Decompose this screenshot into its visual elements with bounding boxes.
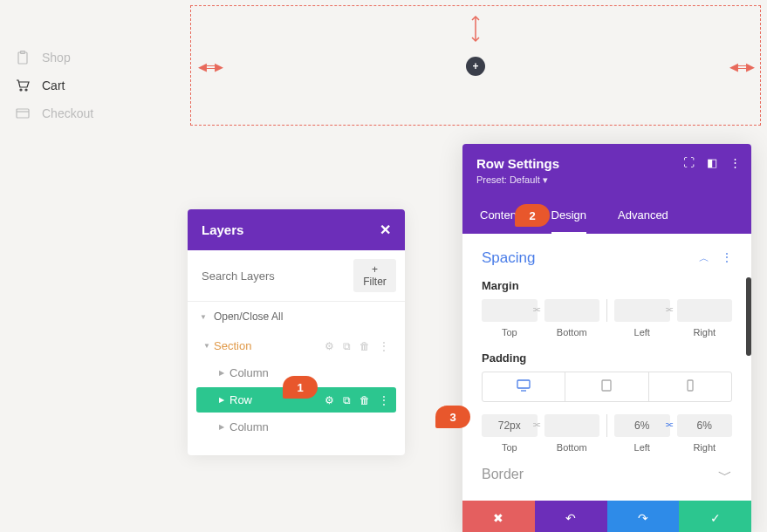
spacing-title: Spacing <box>482 249 535 267</box>
padding-right-input[interactable] <box>677 414 733 437</box>
trash-icon[interactable]: 🗑 <box>360 394 370 406</box>
link-icon[interactable]: ⫘ <box>532 304 541 314</box>
annotation-1: 1 <box>283 376 318 399</box>
layer-actions: ⚙ ⧉ 🗑 ⋮ <box>325 394 389 406</box>
layer-column[interactable]: ▶ Column <box>196 414 396 440</box>
device-tablet[interactable] <box>565 372 647 401</box>
svg-rect-9 <box>602 380 611 391</box>
expand-icon[interactable]: ⛶ <box>683 156 695 169</box>
device-tabs <box>482 372 732 402</box>
layer-actions: ⚙ ⧉ 🗑 ⋮ <box>325 340 389 352</box>
layer-section[interactable]: ▼ Section ⚙ ⧉ 🗑 ⋮ <box>196 333 396 358</box>
layers-header[interactable]: Layers ✕ <box>188 209 405 250</box>
chevron-right-icon: ▶ <box>219 369 229 377</box>
open-close-all[interactable]: ▼ Open/Close All <box>188 302 405 331</box>
nav-cart[interactable]: Cart <box>16 78 93 92</box>
svg-rect-7 <box>517 380 530 388</box>
border-section-header[interactable]: Border ﹀ <box>482 467 732 485</box>
chevron-down-icon: ▼ <box>203 342 214 350</box>
sidebar-nav: Shop Cart Checkout <box>16 51 93 134</box>
chevron-up-icon[interactable]: ︿ <box>699 251 709 266</box>
nav-label: Checkout <box>42 106 93 120</box>
nav-label: Cart <box>42 78 65 92</box>
clipboard-icon <box>16 51 30 65</box>
tab-advanced[interactable]: Advanced <box>618 198 668 234</box>
chevron-down-icon: ▼ <box>200 313 207 321</box>
settings-tabs: Content Design Advanced <box>462 198 751 234</box>
nav-shop[interactable]: Shop <box>16 51 93 65</box>
cart-icon <box>16 78 30 92</box>
margin-left-input[interactable] <box>614 299 670 322</box>
gear-icon[interactable]: ⚙ <box>325 394 334 406</box>
padding-bottom-input[interactable] <box>544 414 600 437</box>
svg-rect-10 <box>688 380 693 391</box>
layers-panel: Layers ✕ + Filter ▼ Open/Close All ▼ Sec… <box>188 209 405 455</box>
card-icon <box>16 106 30 120</box>
chevron-right-icon: ▶ <box>219 396 229 404</box>
chevron-down-icon: ﹀ <box>718 467 732 485</box>
device-phone[interactable] <box>648 372 731 401</box>
device-desktop[interactable] <box>483 372 565 401</box>
tab-design[interactable]: Design <box>551 198 586 235</box>
duplicate-icon[interactable]: ⧉ <box>343 340 351 352</box>
layers-search-bar: + Filter <box>188 250 405 302</box>
row-drop-area[interactable]: ◀==▶ ◀==▶ + <box>190 5 761 126</box>
layers-title: Layers <box>202 222 243 237</box>
duplicate-icon[interactable]: ⧉ <box>343 394 351 406</box>
more-icon[interactable]: ⋮ <box>722 251 732 266</box>
chevron-right-icon: ▶ <box>219 423 229 431</box>
margin-right-input[interactable] <box>677 299 733 322</box>
margin-top-input[interactable] <box>482 299 538 322</box>
design-panel-body: Spacing ︿ ⋮ Margin ⫘ Top Bottom ⫘ Left <box>462 234 751 501</box>
gear-icon[interactable]: ⚙ <box>325 340 334 352</box>
padding-left-input[interactable] <box>614 414 670 437</box>
link-icon[interactable]: ⫘ <box>532 419 541 429</box>
svg-point-2 <box>20 89 22 91</box>
resize-vertical-icon <box>470 15 481 46</box>
trash-icon[interactable]: 🗑 <box>360 340 370 352</box>
annotation-3: 3 <box>435 406 470 428</box>
link-icon[interactable]: ⫘ <box>665 419 674 429</box>
spacing-section-header[interactable]: Spacing ︿ ⋮ <box>482 249 732 267</box>
preset-selector[interactable]: Preset: Default ▾ <box>476 174 737 186</box>
columns-icon[interactable]: ◧ <box>707 156 717 169</box>
svg-rect-4 <box>17 109 29 118</box>
svg-point-3 <box>25 89 27 91</box>
more-icon[interactable]: ⋮ <box>379 340 389 352</box>
redo-button[interactable]: ↷ <box>607 501 680 532</box>
link-icon[interactable]: ⫘ <box>665 304 674 314</box>
margin-label: Margin <box>482 279 732 292</box>
margin-inputs: ⫘ Top Bottom ⫘ Left Right <box>482 299 732 338</box>
header-actions: ⛶ ◧ ⋮ <box>683 156 741 169</box>
row-settings-panel: Row Settings Preset: Default ▾ ⛶ ◧ ⋮ Con… <box>462 144 751 532</box>
close-icon[interactable]: ✕ <box>380 222 391 238</box>
resize-right-icon: ◀==▶ <box>729 60 753 73</box>
undo-button[interactable]: ↶ <box>535 501 607 532</box>
search-layers-input[interactable] <box>196 259 353 292</box>
annotation-2: 2 <box>515 204 550 227</box>
scrollbar[interactable] <box>746 277 751 356</box>
more-icon[interactable]: ⋮ <box>379 394 389 406</box>
more-icon[interactable]: ⋮ <box>729 156 741 169</box>
nav-checkout[interactable]: Checkout <box>16 106 93 120</box>
nav-label: Shop <box>42 51 71 65</box>
filter-button[interactable]: + Filter <box>353 259 396 292</box>
cancel-button[interactable]: ✖ <box>462 501 535 532</box>
padding-top-input[interactable] <box>482 414 538 437</box>
resize-left-icon: ◀==▶ <box>198 60 222 73</box>
tab-content[interactable]: Content <box>480 198 520 234</box>
add-module-button[interactable]: + <box>466 57 485 76</box>
margin-bottom-input[interactable] <box>544 299 600 322</box>
settings-footer: ✖ ↶ ↷ ✓ <box>462 501 751 532</box>
padding-label: Padding <box>482 351 732 365</box>
padding-inputs: ⫘ Top Bottom ⫘ Left Right <box>482 414 732 453</box>
settings-header[interactable]: Row Settings Preset: Default ▾ ⛶ ◧ ⋮ <box>462 144 751 198</box>
save-button[interactable]: ✓ <box>679 501 751 532</box>
